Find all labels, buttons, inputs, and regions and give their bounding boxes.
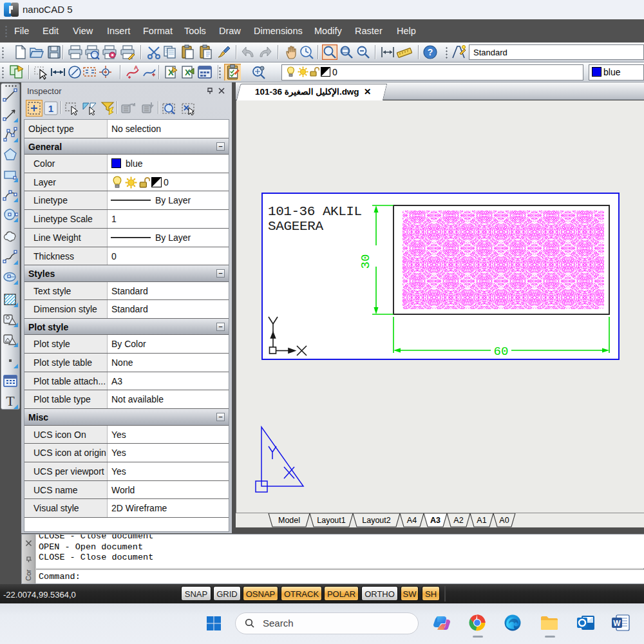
svg-text:A: A <box>134 64 138 71</box>
svg-text:60: 60 <box>494 345 509 359</box>
svg-text:A4: A4 <box>407 516 417 525</box>
svg-text:1: 1 <box>48 103 53 114</box>
svg-text:Model: Model <box>278 516 300 525</box>
svg-text:A0: A0 <box>499 516 509 525</box>
svg-text:A2: A2 <box>453 516 463 525</box>
svg-text:?: ? <box>428 47 433 57</box>
svg-text:Layout1: Layout1 <box>317 516 346 525</box>
svg-text:Layout2: Layout2 <box>362 516 391 525</box>
svg-text:101-36 AKLIL: 101-36 AKLIL <box>268 204 362 219</box>
svg-text:X: X <box>185 68 191 77</box>
svg-text:A1: A1 <box>477 516 486 525</box>
svg-text:SAGEERA: SAGEERA <box>268 219 323 234</box>
svg-text:30: 30 <box>359 254 373 269</box>
svg-text:T: T <box>6 393 15 409</box>
svg-text:A3: A3 <box>430 516 440 525</box>
svg-text:W: W <box>613 619 621 628</box>
